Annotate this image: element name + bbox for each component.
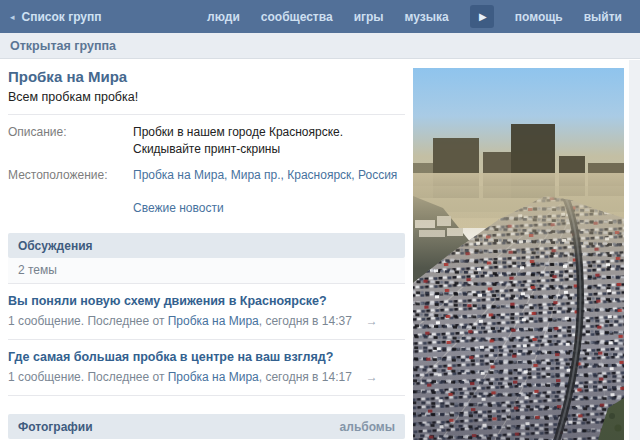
field-value: Пробки в нашем городе Красноярске. Скиды… <box>133 124 343 158</box>
top-nav-bar: ◂ Список групп люди сообщества игры музы… <box>0 0 640 33</box>
play-icon: ▶ <box>477 12 487 22</box>
group-title: Пробка на Мира <box>8 68 405 85</box>
divider <box>8 114 405 115</box>
back-label: Список групп <box>22 10 102 24</box>
photos-title: Фотографии <box>18 420 93 434</box>
group-status: Всем пробкам пробка! <box>8 90 405 104</box>
nav-item-logout[interactable]: выйти <box>584 10 622 24</box>
topic-author-link[interactable]: Пробка на Мира <box>168 370 259 384</box>
nav-item-music[interactable]: музыка <box>405 10 449 24</box>
topic-arrow-icon[interactable]: → <box>366 314 378 328</box>
nav-item-games[interactable]: игры <box>354 10 384 24</box>
topic-row[interactable]: Вы поняли новую схему движения в Красноя… <box>8 284 405 340</box>
discussions-header-bar: Обсуждения <box>8 233 405 258</box>
page-type-label: Открытая группа <box>10 39 116 53</box>
discussions-title: Обсуждения <box>18 239 93 253</box>
group-main-column: Пробка на Мира Всем пробкам пробка! Опис… <box>8 59 405 440</box>
topic-meta-time: , сегодня в 14:17 <box>259 370 352 384</box>
top-nav-links: люди сообщества игры музыка ▶ помощь вый… <box>207 5 622 28</box>
field-label: Описание: <box>8 124 133 158</box>
topic-meta-text: 1 сообщение. Последнее от <box>8 370 168 384</box>
topic-meta: 1 сообщение. Последнее от Пробка на Мира… <box>8 314 405 328</box>
photos-header-bar: Фотографии альбомы <box>8 414 405 439</box>
topic-arrow-icon[interactable]: → <box>366 370 378 384</box>
nav-item-help[interactable]: помощь <box>515 10 563 24</box>
topic-meta-text: 1 сообщение. Последнее от <box>8 314 168 328</box>
topic-row[interactable]: Где самая большая пробка в центре на ваш… <box>8 340 405 396</box>
nav-item-people[interactable]: люди <box>207 10 240 24</box>
topic-title-link[interactable]: Где самая большая пробка в центре на ваш… <box>8 350 405 364</box>
field-description: Описание: Пробки в нашем городе Краснояр… <box>8 124 405 158</box>
page-background-strip <box>629 60 640 440</box>
field-location: Местоположение: Пробка на Мира, Мира пр.… <box>8 167 405 184</box>
description-line: Пробки в нашем городе Красноярске. <box>133 124 343 141</box>
topic-meta: 1 сообщение. Последнее от Пробка на Мира… <box>8 370 405 384</box>
description-line: Скидывайте принт-скрины <box>133 141 343 158</box>
field-label: Местоположение: <box>8 167 133 184</box>
fresh-news-link[interactable]: Свежие новости <box>133 201 224 215</box>
location-link[interactable]: Пробка на Мира, Мира пр., Красноярск, Ро… <box>133 168 397 182</box>
albums-link[interactable]: альбомы <box>340 420 395 434</box>
topics-count: 2 темы <box>8 258 405 284</box>
back-to-groups-button[interactable]: ◂ Список групп <box>10 10 102 24</box>
back-arrow-icon: ◂ <box>10 12 15 22</box>
group-info-fields: Описание: Пробки в нашем городе Краснояр… <box>8 124 405 184</box>
player-play-button[interactable]: ▶ <box>470 5 494 28</box>
topic-author-link[interactable]: Пробка на Мира <box>168 314 259 328</box>
nav-item-communities[interactable]: сообщества <box>261 10 333 24</box>
page-type-bar: Открытая группа <box>0 33 640 59</box>
group-page: ◂ Список групп люди сообщества игры музы… <box>0 0 640 440</box>
topic-title-link[interactable]: Вы поняли новую схему движения в Красноя… <box>8 294 405 308</box>
group-photo[interactable] <box>413 68 624 440</box>
topic-meta-time: , сегодня в 14:37 <box>259 314 352 328</box>
